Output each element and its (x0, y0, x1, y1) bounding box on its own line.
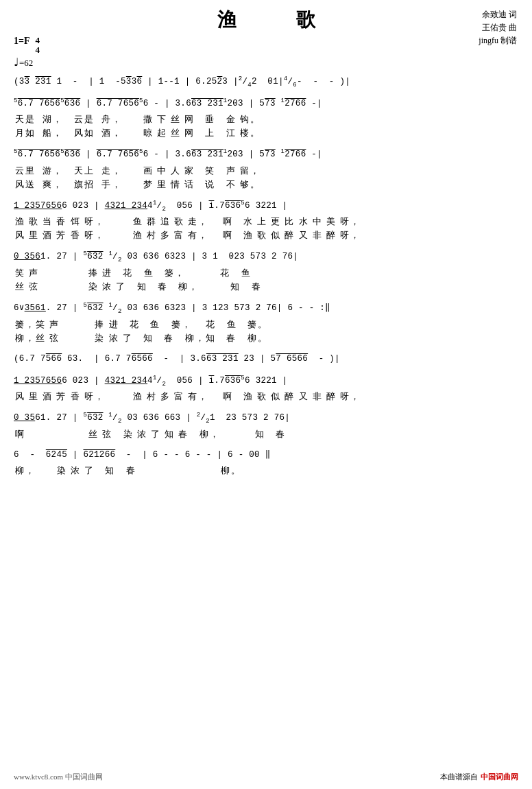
transcriber: jingfu 制谱 (479, 34, 517, 47)
lyrics-6a: 篓，笑 声 捧 进 花 鱼 篓， 花 鱼 篓。 (14, 318, 518, 331)
lyrics-8a: 风 里 酒 芳 香 呀， 渔 村 多 富 有， 啊 渔 歌 似 醉 又 非 醉 … (14, 390, 518, 403)
music-row-6: 6∨3561. 27 | 5632 1/2 03 636 6323 | 3 12… (14, 299, 518, 345)
lyrics-9a: 啊 丝 弦 染 浓 了 知 春 柳， 知 春 (14, 427, 518, 441)
notation-3: 56.7 76565636 | 6.7 765656 - | 3.663 231… (14, 145, 518, 163)
credits: 余致迪 词 王佑贵 曲 jingfu 制谱 (479, 8, 517, 48)
lyrics-6b: 柳，丝 弦 染 浓 了 知 春 柳，知 春 柳。 (14, 331, 518, 345)
lyrics-4b: 风 里 酒 芳 香 呀， 渔 村 多 富 有， 啊 渔 歌 似 醉 又 非 醉 … (14, 228, 518, 242)
lyrics-3b: 风送 爽， 旗招 手， 梦 里 情 话 说 不 够。 (14, 178, 518, 191)
notation-7: (6.7 7566 63. | 6.7 76566 - | 3.663 231 … (14, 351, 518, 368)
tempo-marking: ♩=62 (14, 56, 518, 69)
lyrics-2b: 月如 船， 风如 酒， 晾 起 丝 网 上 江 楼。 (14, 126, 518, 140)
notation-1: (33 231 1 - | 1 -5336 | 1--1 | 6.2523 |2… (14, 73, 518, 91)
music-row-5: 0 3561. 27 | 5632 1/2 03 636 6323 | 3 1 … (14, 248, 518, 294)
notation-6: 6∨3561. 27 | 5632 1/2 03 636 6323 | 3 12… (14, 299, 518, 318)
lyrics-2a: 天是 湖， 云是 舟， 撒 下 丝 网 垂 金 钩。 (14, 113, 518, 126)
footer-site-name: 中国词曲网 (481, 772, 518, 782)
key-signature: 1=F (14, 36, 30, 47)
song-title: 渔 歌 (14, 7, 518, 33)
music-row-7: (6.7 7566 63. | 6.7 76566 - | 3.663 231 … (14, 351, 518, 368)
footer-website: www.ktvc8.com 中国词曲网 (14, 772, 103, 782)
footer-mid-text: 本曲谱源自 (440, 772, 478, 782)
notation-2: 56.7 76565636 | 6.7 765656 - | 3.663 231… (14, 95, 518, 113)
composer: 王佑贵 曲 (479, 21, 517, 34)
notation-9: 0 3561. 27 | 5632 1/2 03 636 663 | 2/21 … (14, 409, 518, 427)
title-area: 渔 歌 (14, 7, 518, 33)
notation-10: 6 - 6245 | 621266 - | 6 - - 6 - - | 6 - … (14, 447, 518, 464)
notation-8: 1 23576566 023 | 4321 23441/2 056 | i.76… (14, 372, 518, 390)
music-row-8: 1 23576566 023 | 4321 23441/2 056 | i.76… (14, 372, 518, 404)
music-row-3: 56.7 76565636 | 6.7 765656 - | 3.663 231… (14, 145, 518, 191)
footer: www.ktvc8.com 中国词曲网 本曲谱源自 中国词曲网 (14, 772, 518, 782)
time-signature: 4 4 (36, 36, 40, 56)
music-row-9: 0 3561. 27 | 5632 1/2 03 636 663 | 2/21 … (14, 409, 518, 441)
music-row-10: 6 - 6245 | 621266 - | 6 - - 6 - - | 6 - … (14, 447, 518, 478)
lyrics-4a: 渔 歌 当 香 饵 呀， 鱼 群 追 歌 走， 啊 水 上 更 比 水 中 美 … (14, 215, 518, 228)
lyrics-5b: 丝 弦 染 浓 了 知 春 柳， 知 春 (14, 280, 518, 294)
lyrics-5a: 笑 声 捧 进 花 鱼 篓， 花 鱼 (14, 266, 518, 280)
lyrics-3a: 云里 游， 天上 走， 画 中 人 家 笑 声 留， (14, 164, 518, 178)
lyrics-10a: 柳， 染 浓 了 知 春 柳。 (14, 464, 518, 478)
lyricist: 余致迪 词 (479, 8, 517, 21)
key-sig-area: 1=F 4 4 (14, 36, 518, 56)
page-container: 渔 歌 余致迪 词 王佑贵 曲 jingfu 制谱 1=F 4 4 ♩=62 (… (14, 7, 518, 478)
notation-4: 1 23576566 023 | 4321 23441/2 056 | i.76… (14, 197, 518, 215)
music-row-4: 1 23576566 023 | 4321 23441/2 056 | i.76… (14, 197, 518, 243)
notation-5: 0 3561. 27 | 5632 1/2 03 636 6323 | 3 1 … (14, 248, 518, 266)
music-row-1: (33 231 1 - | 1 -5336 | 1--1 | 6.2523 |2… (14, 73, 518, 91)
music-row-2: 56.7 76565636 | 6.7 765656 - | 3.663 231… (14, 95, 518, 140)
